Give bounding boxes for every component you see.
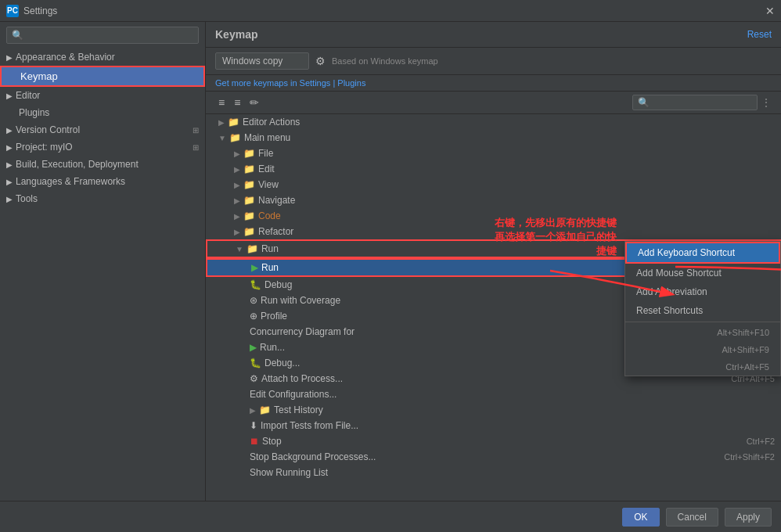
gear-icon[interactable]: ⚙ bbox=[315, 55, 326, 67]
apply-button[interactable]: Apply bbox=[725, 508, 772, 527]
keymap-link[interactable]: Get more keymaps in Settings | Plugins bbox=[206, 75, 781, 92]
menu-item-label: Add Abbreviation bbox=[636, 286, 707, 297]
expand-icon: ▶ bbox=[234, 165, 240, 174]
keymap-search-right: ⋮ bbox=[632, 95, 772, 110]
tree-item-label: Profile bbox=[261, 311, 287, 322]
context-menu-reset-shortcuts[interactable]: Reset Shortcuts bbox=[625, 301, 780, 320]
expand-icon: ▶ bbox=[218, 118, 225, 127]
folder-icon: 📁 bbox=[243, 195, 255, 206]
tree-item-edit[interactable]: ▶ 📁 Edit bbox=[206, 161, 781, 177]
run-play-icon: ▶ bbox=[251, 262, 258, 273]
tree-item-label: Run bbox=[261, 243, 279, 254]
context-menu-divider bbox=[625, 322, 780, 322]
sidebar-item-keymap[interactable]: Keymap bbox=[0, 66, 205, 87]
tree-item-label: Test History bbox=[274, 404, 323, 415]
sidebar: ▶ Appearance & Behavior Keymap ▶ Editor … bbox=[0, 22, 206, 501]
expand-icon: ▶ bbox=[234, 212, 240, 221]
cancel-button[interactable]: Cancel bbox=[666, 508, 718, 527]
folder-icon: 📁 bbox=[259, 404, 271, 415]
sidebar-item-label: Editor bbox=[16, 90, 40, 101]
sidebar-item-project[interactable]: ▶ Project: myIO ⊞ bbox=[0, 138, 205, 156]
tree-container[interactable]: ▶ 📁 Editor Actions ▼ 📁 Main menu ▶ 📁 Fil… bbox=[206, 114, 781, 501]
reset-button[interactable]: Reset bbox=[747, 29, 772, 40]
keymap-search-input[interactable] bbox=[632, 95, 758, 110]
tree-item-label: Editor Actions bbox=[243, 117, 300, 128]
collapse-all-button[interactable]: ≡ bbox=[231, 95, 243, 110]
tree-item-editor-actions[interactable]: ▶ 📁 Editor Actions bbox=[206, 114, 781, 130]
tree-item-main-menu[interactable]: ▼ 📁 Main menu bbox=[206, 130, 781, 146]
tree-item-edit-config[interactable]: Edit Configurations... bbox=[206, 386, 781, 402]
expand-icon: ▶ bbox=[250, 406, 256, 415]
folder-icon: 📁 bbox=[243, 148, 255, 159]
keymap-dropdown[interactable]: Windows copy bbox=[215, 52, 309, 70]
tree-item-file[interactable]: ▶ 📁 File bbox=[206, 146, 781, 161]
tree-item-label: Edit bbox=[258, 164, 275, 174]
keymap-title: Keymap bbox=[215, 28, 257, 41]
tree-item-code[interactable]: ▶ 📁 Code bbox=[206, 208, 781, 224]
context-menu-shortcut-1: Alt+Shift+F10 bbox=[625, 324, 780, 341]
folder-icon: 📁 bbox=[243, 226, 255, 237]
tree-item-refactor[interactable]: ▶ 📁 Refactor bbox=[206, 224, 781, 239]
tree-item-label: Attach to Process... bbox=[261, 373, 343, 384]
tree-item-stop-bg[interactable]: Stop Background Processes... Ctrl+Shift+… bbox=[206, 449, 781, 465]
coverage-icon: ⊛ bbox=[250, 295, 257, 306]
attach-icon: ⚙ bbox=[250, 373, 258, 384]
tree-item-label: Main menu bbox=[244, 132, 290, 143]
expand-icon: ▶ bbox=[234, 181, 240, 189]
expand-arrow-icon: ▶ bbox=[6, 160, 13, 169]
tree-item-label: Debug bbox=[265, 279, 292, 290]
sidebar-search-input[interactable] bbox=[6, 27, 199, 44]
context-menu-add-abbreviation[interactable]: Add Abbreviation bbox=[625, 282, 780, 301]
keymap-info: Based on Windows keymap bbox=[332, 56, 438, 66]
context-menu-add-mouse-shortcut[interactable]: Add Mouse Shortcut bbox=[625, 264, 780, 282]
search-options-icon[interactable]: ⋮ bbox=[761, 96, 772, 109]
shortcut-label: Ctrl+Shift+F2 bbox=[724, 452, 775, 462]
sidebar-item-label: Keymap bbox=[20, 70, 58, 82]
sidebar-item-version-control[interactable]: ▶ Version Control ⊞ bbox=[0, 121, 205, 138]
profile-icon: ⊕ bbox=[250, 311, 257, 322]
right-panel: Keymap Reset Windows copy ⚙ Based on Win… bbox=[206, 22, 781, 501]
tree-item-label: Stop Background Processes... bbox=[250, 451, 376, 462]
tree-item-show-running[interactable]: Show Running List bbox=[206, 465, 781, 480]
sidebar-item-label: Languages & Frameworks bbox=[16, 176, 125, 187]
window-title: Settings bbox=[23, 5, 57, 16]
folder-icon: 📁 bbox=[247, 243, 258, 254]
debug-icon: 🐛 bbox=[250, 279, 261, 290]
tree-item-label: Navigate bbox=[258, 195, 295, 206]
keymap-toolbar: ≡ ≡ ✏ ⋮ bbox=[206, 92, 781, 114]
tree-item-label: View bbox=[258, 179, 279, 190]
keymap-header: Keymap Reset bbox=[206, 22, 781, 48]
menu-item-label: Reset Shortcuts bbox=[636, 305, 703, 316]
expand-icon: ▶ bbox=[234, 228, 240, 236]
tree-item-stop[interactable]: ⏹ Stop Ctrl+F2 bbox=[206, 433, 781, 449]
expand-icon: ▶ bbox=[234, 196, 240, 205]
sidebar-item-label: Plugins bbox=[19, 107, 49, 118]
tree-item-view[interactable]: ▶ 📁 View bbox=[206, 177, 781, 192]
tree-item-label: Show Running List bbox=[250, 467, 328, 478]
tree-item-label: Run bbox=[261, 262, 279, 273]
shortcut-label: Ctrl+F2 bbox=[747, 437, 775, 446]
tree-item-test-history[interactable]: ▶ 📁 Test History bbox=[206, 402, 781, 418]
sidebar-item-tools[interactable]: ▶ Tools bbox=[0, 190, 205, 207]
sidebar-item-label: Project: myIO bbox=[16, 142, 73, 153]
folder-icon: 📁 bbox=[243, 179, 255, 190]
expand-all-button[interactable]: ≡ bbox=[215, 95, 228, 110]
project-icon: ⊞ bbox=[193, 143, 199, 152]
debug-icon: 🐛 bbox=[250, 358, 261, 368]
sidebar-item-appearance[interactable]: ▶ Appearance & Behavior bbox=[0, 49, 205, 66]
sidebar-item-languages[interactable]: ▶ Languages & Frameworks bbox=[0, 173, 205, 190]
tree-item-navigate[interactable]: ▶ 📁 Navigate bbox=[206, 192, 781, 208]
tree-item-import-tests[interactable]: ⬇ Import Tests from File... bbox=[206, 418, 781, 433]
expand-arrow-icon: ▶ bbox=[6, 126, 13, 135]
sidebar-item-plugins[interactable]: Plugins bbox=[0, 104, 205, 121]
close-button[interactable]: ✕ bbox=[765, 5, 775, 17]
sidebar-item-editor[interactable]: ▶ Editor bbox=[0, 87, 205, 104]
edit-button[interactable]: ✏ bbox=[247, 95, 262, 110]
sidebar-item-build[interactable]: ▶ Build, Execution, Deployment bbox=[0, 156, 205, 173]
context-menu-add-keyboard-shortcut[interactable]: Add Keyboard Shortcut bbox=[625, 242, 780, 264]
tree-item-label: Edit Configurations... bbox=[250, 389, 337, 400]
ok-button[interactable]: OK bbox=[622, 508, 659, 527]
context-menu-shortcut-2: Alt+Shift+F9 bbox=[625, 341, 780, 358]
tree-item-label: File bbox=[258, 148, 273, 159]
title-bar: PC Settings ✕ bbox=[0, 0, 781, 22]
